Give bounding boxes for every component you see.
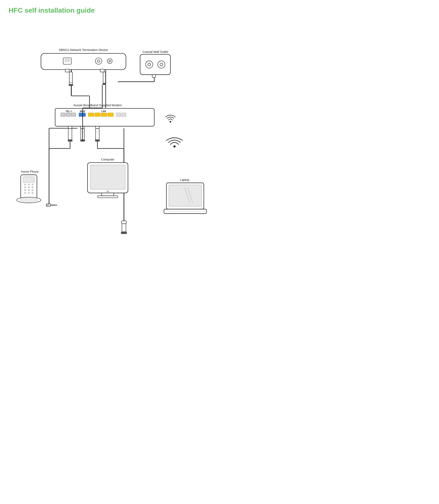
svg-point-33 xyxy=(148,63,150,66)
svg-rect-36 xyxy=(152,74,155,77)
svg-point-88 xyxy=(28,192,30,194)
coaxial-label: Coaxial Wall Outlet xyxy=(142,50,168,54)
svg-rect-49 xyxy=(80,126,84,129)
svg-rect-63 xyxy=(95,140,100,142)
lan-label: LAN xyxy=(101,110,106,112)
svg-point-75 xyxy=(173,145,176,147)
svg-rect-51 xyxy=(68,129,72,140)
svg-point-18 xyxy=(109,60,111,62)
svg-point-89 xyxy=(32,192,33,194)
svg-rect-39 xyxy=(66,113,71,117)
modem-label: Aussie Broadband Supplied Modem xyxy=(73,104,122,107)
svg-rect-14 xyxy=(65,59,70,62)
svg-point-16 xyxy=(97,60,100,62)
svg-point-35 xyxy=(160,63,163,66)
ntd-label: NBNCo Network Termination Device xyxy=(59,48,108,52)
svg-point-85 xyxy=(28,189,30,191)
svg-rect-105 xyxy=(164,209,207,214)
svg-rect-97 xyxy=(98,196,118,198)
diagram-area: NBNCo Network Termination Device xyxy=(9,21,211,246)
svg-point-80 xyxy=(32,184,33,185)
svg-rect-42 xyxy=(88,113,94,117)
svg-point-84 xyxy=(24,189,26,191)
svg-point-87 xyxy=(24,192,26,194)
svg-rect-55 xyxy=(68,140,73,142)
svg-rect-43 xyxy=(95,113,100,117)
svg-point-86 xyxy=(32,189,33,191)
svg-point-83 xyxy=(32,186,33,188)
svg-rect-48 xyxy=(68,126,72,129)
page: HFC self installation guide xyxy=(0,0,220,252)
page-title: HFC self installation guide xyxy=(9,6,211,14)
svg-rect-41 xyxy=(79,113,85,117)
svg-point-98 xyxy=(107,191,109,192)
svg-rect-46 xyxy=(116,113,121,117)
svg-point-78 xyxy=(24,184,26,185)
svg-point-91 xyxy=(20,198,38,202)
svg-point-79 xyxy=(28,184,30,185)
svg-rect-20 xyxy=(100,69,104,72)
svg-rect-77 xyxy=(23,177,35,182)
svg-rect-28 xyxy=(69,83,73,84)
svg-rect-104 xyxy=(169,185,201,206)
tel1-label: TEL-1 xyxy=(66,110,72,112)
svg-rect-47 xyxy=(122,113,126,117)
computer-label: Computer xyxy=(101,158,114,161)
svg-rect-101 xyxy=(122,224,126,232)
svg-rect-60 xyxy=(96,129,99,140)
svg-point-74 xyxy=(170,121,171,122)
svg-rect-96 xyxy=(102,193,114,196)
svg-rect-45 xyxy=(108,113,113,117)
svg-rect-95 xyxy=(90,165,125,189)
svg-point-81 xyxy=(24,186,26,188)
svg-rect-100 xyxy=(122,221,126,224)
svg-rect-40 xyxy=(71,113,76,117)
svg-rect-38 xyxy=(61,113,65,117)
svg-rect-21 xyxy=(69,72,73,84)
svg-rect-19 xyxy=(65,69,69,72)
svg-rect-29 xyxy=(103,72,105,83)
svg-rect-31 xyxy=(140,54,171,74)
diagram-svg: NBNCo Network Termination Device xyxy=(9,21,211,246)
svg-rect-102 xyxy=(121,232,127,234)
svg-point-82 xyxy=(28,186,30,188)
svg-rect-30 xyxy=(103,83,106,85)
svg-rect-44 xyxy=(101,113,107,117)
svg-rect-12 xyxy=(41,53,126,70)
laptop-label: Laptop xyxy=(180,178,189,181)
svg-rect-50 xyxy=(96,126,99,129)
home-phone-label: Home Phone xyxy=(21,170,39,173)
